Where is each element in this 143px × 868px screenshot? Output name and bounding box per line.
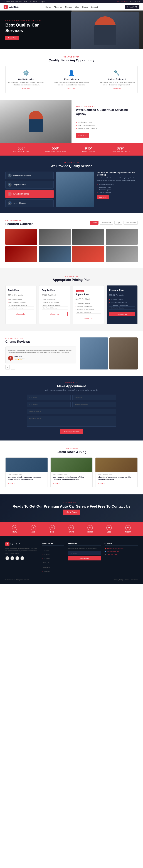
social-linkedin-button[interactable]: in	[15, 556, 19, 560]
quality-card-desc-2: Lorem ipsum dolor sit amet consectetur a…	[53, 81, 90, 86]
pricing-btn-3[interactable]: Choose Plan	[76, 316, 101, 320]
nav-pages[interactable]: Pages	[82, 6, 88, 8]
review-next-button[interactable]: ›	[11, 365, 15, 370]
footer-terms-link[interactable]: Terms & Conditions	[125, 579, 138, 581]
nav-about[interactable]: About Us	[54, 6, 62, 8]
footer-link-6[interactable]: Contact Us	[42, 569, 64, 573]
newsletter-submit-button[interactable]: Subscribe Now	[68, 556, 101, 560]
footer-privacy-link[interactable]: Privacy Policy	[114, 579, 123, 581]
social-twitter-button[interactable]: t	[10, 556, 14, 560]
service-item-4[interactable]: 🖌️ Interior Cleaning	[5, 199, 54, 207]
topbar-phone2[interactable]: +012 345 6789	[129, 1, 140, 2]
appointment-service-input[interactable]	[27, 409, 116, 414]
quality-readmore-2[interactable]: Read More	[53, 88, 90, 90]
pricing-feature-3-4: Car Wash & Cleaning	[76, 311, 101, 314]
service-more-button[interactable]: Learn More	[97, 195, 109, 199]
stat-number-2: 558+	[45, 146, 66, 150]
gallery-tab-2[interactable]: Behind Glow	[100, 221, 113, 225]
gallery-tab-3[interactable]: Auge	[114, 221, 122, 225]
footer-link-3[interactable]: Our Gallery	[42, 556, 64, 560]
appointment-email-input[interactable]	[72, 395, 116, 400]
newsletter-email-input[interactable]	[68, 551, 101, 555]
service-item-1[interactable]: 🔧 Auto Engine Servicing	[5, 172, 54, 179]
gallery-item-8[interactable]	[105, 246, 138, 262]
footer-link-5[interactable]: Latest Blog	[42, 564, 64, 569]
stats-bar: 653+ Expert Workers 558+ Performance His…	[0, 143, 143, 156]
phone-text: +012 345 6789	[107, 553, 117, 555]
nav-home[interactable]: Home	[45, 6, 51, 8]
footer-logo-section: G GEREZ Lorem ipsum dolor sit amet conse…	[5, 542, 39, 573]
pricing-price-3: $49.00 Per Month	[76, 297, 101, 301]
pricing-features-2: Oil & Filter Cleaning Free Oil & Filter …	[42, 298, 68, 310]
footer-link-1[interactable]: About Us	[42, 548, 64, 552]
nav-service[interactable]: Service	[65, 6, 72, 8]
blog-readmore-3[interactable]: Read More	[98, 483, 105, 485]
nav-cta-button[interactable]: Get A Quote	[125, 5, 139, 9]
pricing-feature-4-3: 5 Free Oil & Filter Cleaning	[109, 304, 135, 307]
footer-logo-wrap: G GEREZ	[5, 542, 39, 546]
service-list: 🔧 Auto Engine Servicing 🔍 Diagnostic Tes…	[5, 172, 54, 207]
about-features: ✓ Professional Expert ✓ A to Z Servicing…	[76, 121, 139, 130]
pricing-card-3: Popular Popular Plan $49.00 Per Month Oi…	[73, 285, 104, 324]
footer-newsletter: Newsletter Subscribe to our newsletter f…	[68, 542, 101, 573]
gallery-item-3[interactable]	[72, 229, 104, 245]
quality-label: What We Offer	[5, 56, 138, 58]
appointment-submit-button[interactable]: Make Appointment	[60, 429, 83, 434]
gallery-item-6[interactable]	[39, 246, 71, 262]
pricing-name-3: Popular Plan	[76, 293, 101, 296]
logo[interactable]: G GEREZ	[4, 5, 19, 9]
brand-icon-1: ⚙	[12, 525, 17, 530]
review-prev-button[interactable]: ‹	[5, 365, 10, 370]
quality-card-2: 👤 Expert Workers Lorem ipsum dolor sit a…	[51, 66, 92, 93]
reviews-title: Clients Reviews	[5, 340, 76, 344]
quality-readmore-1[interactable]: Read More	[8, 88, 44, 90]
appointment-phone-input[interactable]	[27, 402, 71, 407]
appointment-name-input[interactable]	[27, 395, 71, 400]
brand-icon-6: ⚙	[106, 525, 112, 530]
gallery-item-7[interactable]	[72, 246, 104, 262]
cta-button[interactable]: Get In Touch	[63, 509, 80, 515]
blog-readmore-2[interactable]: Read More	[53, 483, 60, 485]
gallery-item-5[interactable]	[5, 246, 38, 262]
footer-link-4[interactable]: Pricing Plan	[42, 560, 64, 564]
check-icon-3: ✓	[76, 127, 77, 129]
brand-name-2: Audi	[31, 531, 35, 533]
service-feature-2: Licensed & Insured	[97, 186, 138, 188]
footer-newsletter-title: Newsletter	[68, 542, 101, 546]
hero-read-more-button[interactable]: Read More	[5, 36, 19, 40]
pricing-btn-1[interactable]: Choose Plan	[8, 312, 34, 316]
stat-number-3: 945+	[82, 146, 95, 150]
brand-7: ⚙ Nissan	[125, 525, 131, 533]
pricing-btn-4[interactable]: Choose Plan	[109, 312, 135, 316]
hero-person-figure	[94, 17, 116, 45]
navbar: G GEREZ Home About Us Service Blog Pages…	[0, 3, 143, 10]
gallery-item-4[interactable]	[105, 229, 138, 245]
social-facebook-button[interactable]: f	[5, 556, 9, 560]
appointment-message-textarea[interactable]	[27, 416, 116, 427]
quality-readmore-3[interactable]: Read More	[99, 88, 135, 90]
services-section: What We Offer We Provide Quality Service…	[0, 156, 143, 213]
social-youtube-button[interactable]: yt	[20, 556, 24, 560]
gallery-tab-1[interactable]: Add to	[90, 221, 98, 225]
stat-label-2: Performance History	[45, 151, 66, 152]
service-item-2[interactable]: 🔍 Diagnostic Tests	[5, 181, 54, 189]
service-icon-1: 🔧	[8, 174, 11, 178]
nav-contact[interactable]: Contact	[91, 6, 98, 8]
gallery-header-left: Photo Gallery Featured Galleries	[5, 220, 33, 226]
nav-blog[interactable]: Blog	[75, 6, 79, 8]
brand-icon-3: ⚙	[49, 525, 55, 530]
blog-readmore-1[interactable]: Read More	[8, 483, 15, 485]
gallery-item-2[interactable]	[39, 229, 71, 245]
service-detail: We Have 25 Years Of Experience In Auto S…	[97, 172, 138, 207]
about-content: About Our Agency We're Certified & Exper…	[72, 100, 143, 143]
topbar-phone[interactable]: +012 345 6789	[117, 1, 127, 2]
about-label: About Our Agency	[76, 105, 139, 107]
gallery-tab-4[interactable]: Glow Extreme	[123, 221, 138, 225]
gallery-header: Photo Gallery Featured Galleries Add to …	[5, 220, 138, 226]
about-read-more-button[interactable]: Read More	[76, 133, 89, 137]
gallery-item-1[interactable]	[5, 229, 38, 245]
pricing-btn-2[interactable]: Choose Plan	[42, 312, 68, 316]
appointment-date-input[interactable]	[72, 402, 116, 407]
service-item-3[interactable]: 🚿 Tyre/wheel Cleaning	[5, 190, 54, 198]
footer-link-2[interactable]: Our Services	[42, 552, 64, 556]
